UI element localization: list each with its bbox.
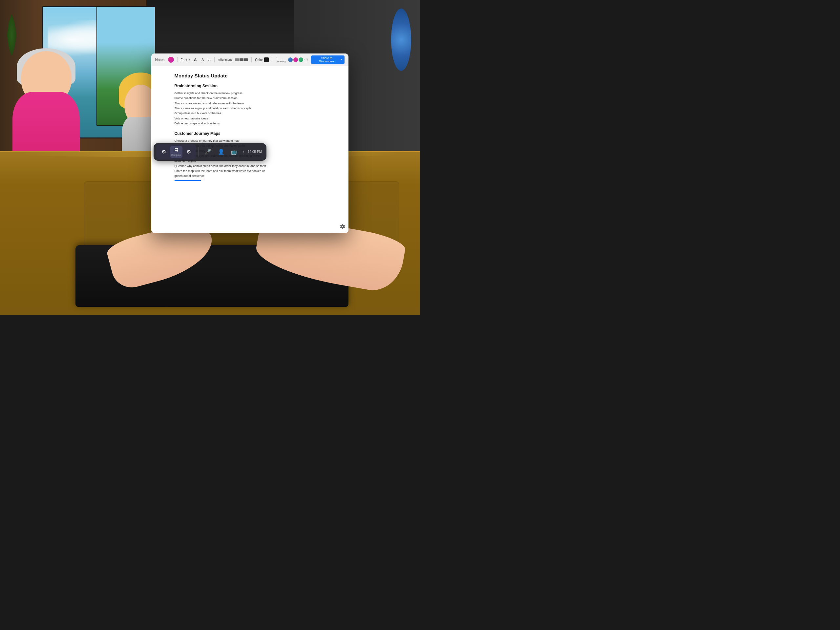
mic-icon: 🎤 (205, 148, 211, 155)
notes-section1-title: Brainstorming Session (175, 84, 325, 88)
gear-icon: ⚙ (186, 148, 191, 155)
notes-section2-title: Customer Journey Maps (175, 131, 325, 136)
logo-decoration (388, 8, 414, 87)
share-dropdown-arrow-icon: ▾ (341, 58, 342, 61)
expand-icon[interactable]: › (242, 150, 246, 154)
share-button-label: Share to Workrooms (314, 57, 339, 63)
section2-underline (175, 180, 201, 181)
titlebar-divider-3 (251, 57, 252, 62)
taskbar: ⚙ 🖥 Computer ⚙ 🎤 👤 📺 › 19:05 P (153, 143, 267, 161)
taskbar-avatar-button[interactable]: 👤 (215, 146, 227, 158)
titlebar-divider-2 (214, 57, 215, 62)
notes-title: Notes (155, 58, 165, 62)
settings-icon: ⚙ (161, 148, 166, 155)
align-center-icon[interactable] (240, 58, 243, 61)
viewing-section: 3 viewing ⓘ (276, 57, 308, 63)
taskbar-group-1: ⚙ 🖥 Computer ⚙ (156, 144, 196, 159)
computer-icon: 🖥 (174, 147, 179, 153)
color-label: Color (255, 58, 263, 62)
time-display: 19:05 PM (246, 150, 264, 153)
computer-label: Computer (171, 154, 182, 156)
font-label: Font (181, 58, 187, 62)
notes-section1-body: Gather insights and check on the intervi… (175, 91, 325, 126)
alignment-section (235, 58, 248, 61)
taskbar-group-2: 🎤 👤 📺 (201, 144, 242, 159)
font-size-small-btn[interactable]: A (208, 58, 211, 62)
align-right-icon[interactable] (244, 58, 248, 61)
taskbar-settings-button[interactable]: ⚙ (158, 146, 170, 158)
viewing-avatars (288, 57, 303, 62)
alignment-label: Allignment (218, 58, 232, 62)
viewer-avatar-2 (293, 57, 298, 62)
font-size-large-btn[interactable]: A (193, 57, 197, 62)
titlebar-divider-4 (272, 57, 272, 62)
taskbar-separator (198, 147, 199, 157)
align-left-icon[interactable] (235, 58, 239, 61)
color-swatch[interactable] (264, 57, 269, 62)
viewer-avatar-1 (288, 57, 293, 62)
taskbar-video-button[interactable]: 📺 (228, 146, 240, 158)
notes-titlebar: Notes Font ▾ A A A Allignment (151, 54, 349, 66)
content-settings-icon[interactable] (340, 224, 345, 231)
notes-heading: Monday Status Update (175, 73, 325, 79)
vr-background: Notes Font ▾ A A A Allignment (0, 0, 420, 315)
font-dropdown-arrow[interactable]: ▾ (189, 58, 190, 62)
color-section: Color (255, 57, 269, 62)
viewing-count: 3 viewing (276, 57, 287, 63)
video-icon: 📺 (231, 148, 238, 155)
viewer-avatar-3 (298, 57, 303, 62)
font-size-medium-btn[interactable]: A (201, 58, 204, 62)
share-to-workrooms-button[interactable]: Share to Workrooms ▾ (311, 55, 344, 64)
avatar-icon: 👤 (218, 148, 224, 155)
logo-circle (391, 8, 411, 71)
info-icon[interactable]: ⓘ (305, 57, 308, 62)
taskbar-computer-button[interactable]: 🖥 Computer (170, 146, 182, 158)
taskbar-gear-button[interactable]: ⚙ (182, 146, 195, 158)
taskbar-mic-button[interactable]: 🎤 (202, 146, 214, 158)
notes-user-avatar (168, 57, 174, 63)
font-section: Font ▾ (181, 58, 190, 62)
